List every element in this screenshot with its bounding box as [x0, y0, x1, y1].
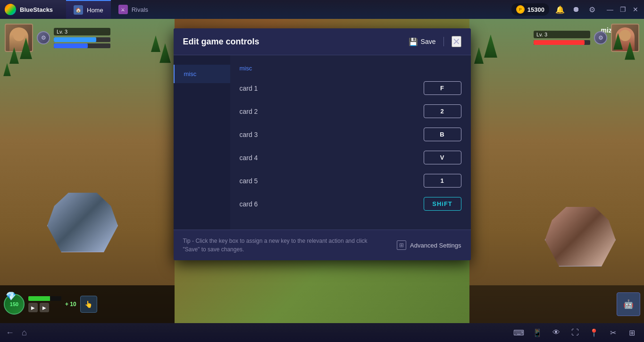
- advanced-settings-button[interactable]: ⊞ Advanced Settings: [397, 240, 461, 250]
- binding-row-card4: card 4 V: [240, 151, 461, 164]
- keyboard2-icon[interactable]: 📱: [531, 326, 544, 339]
- dialog-title: Edit game controls: [183, 37, 259, 47]
- taskbar: ← ⌂ ⌨ 📱 👁 ⛶ 📍 ✂ ⊞: [0, 323, 644, 342]
- sidebar-item-misc[interactable]: misc: [174, 65, 230, 83]
- home-tab-label: Home: [87, 7, 103, 14]
- record-icon[interactable]: ⏺: [571, 4, 581, 15]
- eye-icon[interactable]: 👁: [550, 326, 563, 339]
- game-area: ⚙ Lv. 3 💎 150: [0, 19, 644, 323]
- binding-key-card3[interactable]: B: [424, 128, 461, 141]
- binding-key-card1[interactable]: F: [424, 81, 461, 95]
- binding-row-card5: card 5 1: [240, 174, 461, 188]
- titlebar-right: P 15300 🔔 ⏺ ⚙ — ❐ ✕: [506, 3, 644, 16]
- sidebar-misc-label: misc: [184, 70, 197, 77]
- home-tab-icon: 🏠: [74, 5, 83, 15]
- binding-key-card5[interactable]: 1: [424, 174, 461, 188]
- coin-area: P 15300: [511, 3, 549, 16]
- titlebar: BlueStacks 🏠 Home ⚔ Rivals P 15300 🔔 ⏺ ⚙…: [0, 0, 644, 19]
- advanced-settings-label: Advanced Settings: [410, 242, 461, 249]
- binding-key-card2[interactable]: 2: [424, 104, 461, 118]
- key-bindings-list: card 1 F card 2 2 card 3 B card 4: [240, 81, 461, 211]
- section-label: misc: [240, 65, 461, 72]
- minimize-button[interactable]: —: [607, 6, 613, 13]
- dialog-overlay: Edit game controls 💾 Save ✕ misc: [0, 19, 644, 323]
- binding-key-card4[interactable]: V: [424, 151, 461, 164]
- binding-action-card5: card 5: [240, 177, 258, 185]
- dialog-header: Edit game controls 💾 Save ✕: [174, 28, 471, 55]
- tip-text: Tip - Click the key box to assign a new …: [183, 237, 372, 254]
- rivals-tab-icon: ⚔: [118, 5, 128, 14]
- advanced-settings-icon: ⊞: [397, 240, 406, 250]
- restore-button[interactable]: ❐: [620, 6, 626, 13]
- binding-key-card6[interactable]: SHiFT: [424, 197, 461, 211]
- settings-icon[interactable]: ⚙: [587, 4, 597, 15]
- close-button[interactable]: ✕: [633, 6, 638, 13]
- home-tab[interactable]: 🏠 Home: [66, 0, 111, 19]
- binding-action-card2: card 2: [240, 108, 258, 115]
- home-button[interactable]: ⌂: [22, 328, 27, 338]
- bluestacks-logo[interactable]: BlueStacks: [0, 0, 66, 19]
- binding-action-card3: card 3: [240, 131, 258, 138]
- dialog-sidebar: misc: [174, 55, 230, 230]
- dialog-body: misc misc card 1 F card 2 2: [174, 55, 471, 230]
- titlebar-left: BlueStacks 🏠 Home ⚔ Rivals: [0, 0, 506, 19]
- map-icon[interactable]: 📍: [587, 326, 601, 339]
- coin-icon: P: [516, 5, 525, 14]
- binding-row-card3: card 3 B: [240, 128, 461, 141]
- binding-row-card2: card 2 2: [240, 104, 461, 118]
- binding-row-card6: card 6 SHiFT: [240, 197, 461, 211]
- bs-logo-icon: [5, 4, 16, 15]
- taskbar-left: ← ⌂: [6, 328, 27, 338]
- resize-icon[interactable]: ⛶: [569, 326, 582, 339]
- edit-controls-dialog: Edit game controls 💾 Save ✕ misc: [174, 28, 471, 260]
- binding-action-card4: card 4: [240, 154, 258, 162]
- rivals-tab-label: Rivals: [132, 6, 148, 13]
- header-divider: [443, 37, 444, 46]
- dialog-close-button[interactable]: ✕: [452, 36, 461, 47]
- keyboard-icon[interactable]: ⌨: [512, 326, 525, 339]
- save-icon: 💾: [409, 37, 418, 46]
- taskbar-right: ⌨ 📱 👁 ⛶ 📍 ✂ ⊞: [512, 326, 638, 339]
- save-label: Save: [421, 38, 436, 45]
- binding-row-card1: card 1 F: [240, 81, 461, 95]
- binding-action-card1: card 1: [240, 85, 258, 92]
- dialog-footer: Tip - Click the key box to assign a new …: [174, 230, 471, 260]
- rivals-tab[interactable]: ⚔ Rivals: [111, 0, 156, 19]
- dialog-header-right: 💾 Save ✕: [409, 36, 461, 47]
- dialog-content: misc card 1 F card 2 2 card 3: [230, 55, 471, 230]
- coin-amount: 15300: [527, 6, 544, 13]
- bs-logo-text: BlueStacks: [20, 6, 53, 13]
- more-icon[interactable]: ⊞: [625, 326, 638, 339]
- scissors-icon[interactable]: ✂: [606, 326, 619, 339]
- window-controls: — ❐ ✕: [607, 6, 638, 13]
- save-button[interactable]: 💾 Save: [409, 37, 436, 46]
- binding-action-card6: card 6: [240, 200, 258, 208]
- notification-icon[interactable]: 🔔: [555, 4, 565, 15]
- back-button[interactable]: ←: [6, 328, 14, 338]
